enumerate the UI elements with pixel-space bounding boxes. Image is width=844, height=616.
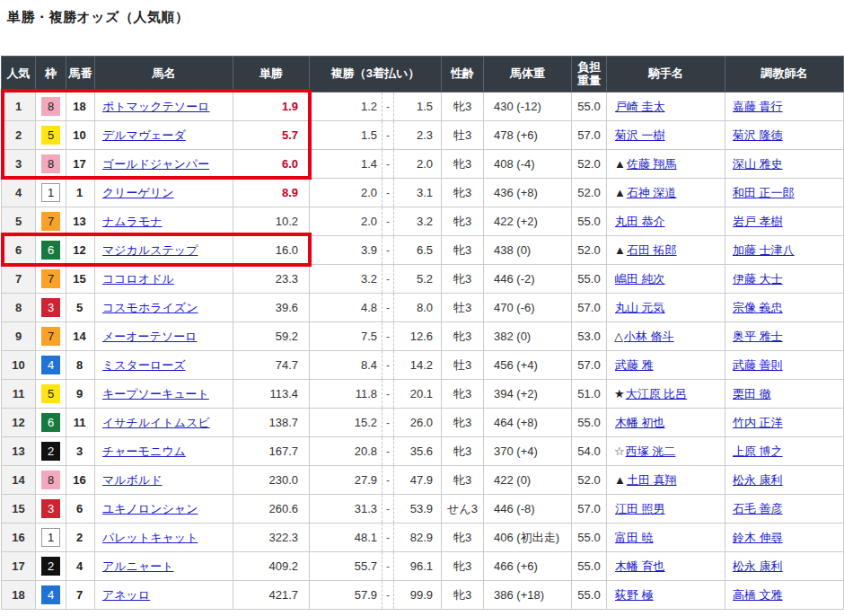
trainer-link[interactable]: 嘉藤 貴行 bbox=[733, 100, 783, 113]
horse-name-link[interactable]: メーオーテソーロ bbox=[102, 330, 198, 343]
horse-name-cell: クリーゲリン bbox=[95, 179, 233, 207]
horse-weight-cell: 406 (初出走) bbox=[484, 524, 572, 552]
win-odds: 5.7 bbox=[233, 121, 310, 150]
place-odds-min: 3.9 bbox=[310, 236, 382, 265]
horse-number-cell: 9 bbox=[66, 380, 95, 409]
trainer-link[interactable]: 加藤 士津八 bbox=[733, 243, 795, 257]
frame-cell: 6 bbox=[36, 409, 66, 437]
place-odds-min: 7.5 bbox=[310, 322, 382, 351]
horse-name-link[interactable]: デルマヴェーダ bbox=[102, 128, 186, 142]
header-horse-name: 馬名 bbox=[95, 57, 233, 92]
jockey-cell: 木幡 育也 bbox=[607, 552, 725, 581]
trainer-link[interactable]: 栗田 徹 bbox=[733, 387, 771, 400]
jockey-link[interactable]: 武藤 雅 bbox=[615, 358, 654, 372]
horse-name-link[interactable]: アルニャート bbox=[102, 559, 174, 573]
jockey-link[interactable]: 荻野 極 bbox=[615, 588, 654, 602]
trainer-cell: 栗田 徹 bbox=[725, 380, 844, 409]
header-horse-number: 馬番 bbox=[66, 57, 95, 92]
jockey-link[interactable]: 小林 脩斗 bbox=[624, 330, 674, 343]
trainer-cell: 宗像 義忠 bbox=[725, 294, 844, 322]
table-row: 9 7 14 メーオーテソーロ 59.2 7.5 - 12.6 牝3 382 (… bbox=[2, 322, 844, 351]
table-row: 7 7 15 ココロオドル 23.3 3.2 - 5.2 牝3 446 (-2)… bbox=[2, 265, 844, 294]
rank-cell: 14 bbox=[2, 466, 36, 495]
jockey-link[interactable]: 西塚 洸二 bbox=[626, 444, 676, 458]
header-load-weight: 負担重量 bbox=[572, 57, 607, 92]
place-odds-min: 27.9 bbox=[310, 466, 382, 495]
frame-badge: 4 bbox=[41, 585, 60, 604]
horse-number-cell: 5 bbox=[66, 294, 95, 322]
frame-cell: 8 bbox=[36, 150, 66, 179]
place-odds-min: 20.8 bbox=[310, 437, 382, 466]
place-odds-min: 2.0 bbox=[310, 207, 382, 236]
trainer-link[interactable]: 伊藤 大士 bbox=[733, 272, 783, 286]
jockey-link[interactable]: 丸田 恭介 bbox=[615, 215, 665, 228]
horse-name-link[interactable]: ナムラモナ bbox=[102, 215, 163, 228]
frame-badge: 3 bbox=[41, 298, 60, 317]
jockey-link[interactable]: 佐藤 翔馬 bbox=[627, 157, 677, 171]
horse-name-link[interactable]: アネッロ bbox=[102, 588, 150, 602]
trainer-link[interactable]: 石毛 善彦 bbox=[733, 502, 783, 515]
horse-name-link[interactable]: ミスターローズ bbox=[102, 358, 186, 372]
trainer-link[interactable]: 上原 博之 bbox=[733, 444, 783, 458]
trainer-link[interactable]: 奥平 雅士 bbox=[733, 330, 783, 343]
horse-name-link[interactable]: ユキノロンシャン bbox=[102, 502, 198, 515]
horse-name-link[interactable]: キープソーキュート bbox=[102, 387, 209, 400]
odds-table: 人気 枠 馬番 馬名 単勝 複勝（3着払い） 性齢 馬体重 負担重量 騎手名 調… bbox=[1, 56, 844, 610]
horse-name-link[interactable]: ポトマックテソーロ bbox=[102, 100, 209, 113]
jockey-link[interactable]: 石田 拓郎 bbox=[627, 243, 677, 257]
win-odds: 23.3 bbox=[233, 265, 310, 294]
place-odds-max: 96.1 bbox=[394, 552, 442, 581]
trainer-link[interactable]: 宗像 義忠 bbox=[733, 301, 783, 314]
jockey-link[interactable]: 嶋田 純次 bbox=[615, 272, 665, 286]
jockey-link[interactable]: 丸山 元気 bbox=[615, 301, 665, 314]
win-odds: 138.7 bbox=[233, 409, 310, 437]
jockey-cell: ▲石田 拓郎 bbox=[607, 236, 725, 265]
trainer-link[interactable]: 松永 康利 bbox=[733, 473, 783, 487]
trainer-link[interactable]: 松永 康利 bbox=[733, 559, 783, 573]
jockey-cell: 富田 暁 bbox=[607, 524, 725, 552]
horse-name-cell: ポトマックテソーロ bbox=[95, 92, 233, 121]
horse-name-link[interactable]: クリーゲリン bbox=[102, 186, 174, 199]
sex-age-cell: 牝3 bbox=[442, 437, 484, 466]
jockey-link[interactable]: 富田 暁 bbox=[615, 531, 654, 544]
frame-badge: 2 bbox=[41, 442, 60, 461]
jockey-link[interactable]: 菊沢 一樹 bbox=[615, 128, 665, 142]
horse-weight-cell: 438 (0) bbox=[484, 236, 572, 265]
trainer-link[interactable]: 高橋 文雅 bbox=[733, 588, 783, 602]
frame-cell: 5 bbox=[36, 121, 66, 150]
jockey-cell: ▲土田 真翔 bbox=[607, 466, 725, 495]
trainer-link[interactable]: 竹内 正洋 bbox=[733, 416, 783, 429]
trainer-link[interactable]: 和田 正一郎 bbox=[733, 186, 795, 199]
frame-badge: 3 bbox=[41, 499, 60, 518]
place-odds-max: 14.2 bbox=[394, 351, 442, 380]
win-odds: 1.9 bbox=[233, 92, 310, 121]
jockey-link[interactable]: 江田 照男 bbox=[615, 502, 665, 515]
place-odds-min: 4.8 bbox=[310, 294, 382, 322]
horse-name-link[interactable]: マルボルド bbox=[102, 473, 163, 487]
horse-name-link[interactable]: イサチルイトムスビ bbox=[102, 416, 210, 429]
trainer-link[interactable]: 菊沢 隆徳 bbox=[733, 128, 783, 142]
horse-name-link[interactable]: コスモホライズン bbox=[102, 301, 198, 314]
jockey-link[interactable]: 土田 真翔 bbox=[627, 473, 677, 487]
frame-badge: 5 bbox=[41, 384, 60, 403]
horse-name-link[interactable]: ゴールドジャンパー bbox=[102, 157, 209, 171]
frame-badge: 7 bbox=[41, 269, 60, 288]
table-row: 3 8 17 ゴールドジャンパー 6.0 1.4 - 2.0 牝3 408 (-… bbox=[2, 150, 844, 179]
trainer-link[interactable]: 鈴木 伸尋 bbox=[733, 531, 783, 544]
place-odds-max: 2.3 bbox=[394, 121, 442, 150]
horse-name-link[interactable]: ココロオドル bbox=[102, 272, 174, 286]
jockey-link[interactable]: 戸崎 圭太 bbox=[615, 100, 665, 113]
jockey-link[interactable]: 木幡 育也 bbox=[615, 559, 665, 573]
horse-weight-cell: 386 (+18) bbox=[484, 581, 572, 610]
place-odds-min: 11.8 bbox=[310, 380, 382, 409]
horse-name-link[interactable]: マジカルステップ bbox=[102, 243, 198, 257]
horse-name-link[interactable]: チャーモニウム bbox=[102, 444, 186, 458]
trainer-link[interactable]: 岩戸 孝樹 bbox=[733, 215, 783, 228]
horse-name-link[interactable]: パレットキャット bbox=[102, 531, 198, 544]
jockey-link[interactable]: 木幡 初也 bbox=[615, 416, 665, 429]
jockey-link[interactable]: 石神 深道 bbox=[627, 186, 677, 199]
sex-age-cell: 牝3 bbox=[442, 92, 484, 121]
trainer-link[interactable]: 深山 雅史 bbox=[733, 157, 783, 171]
trainer-link[interactable]: 武藤 善則 bbox=[733, 358, 783, 372]
jockey-link[interactable]: 大江原 比呂 bbox=[626, 387, 688, 400]
